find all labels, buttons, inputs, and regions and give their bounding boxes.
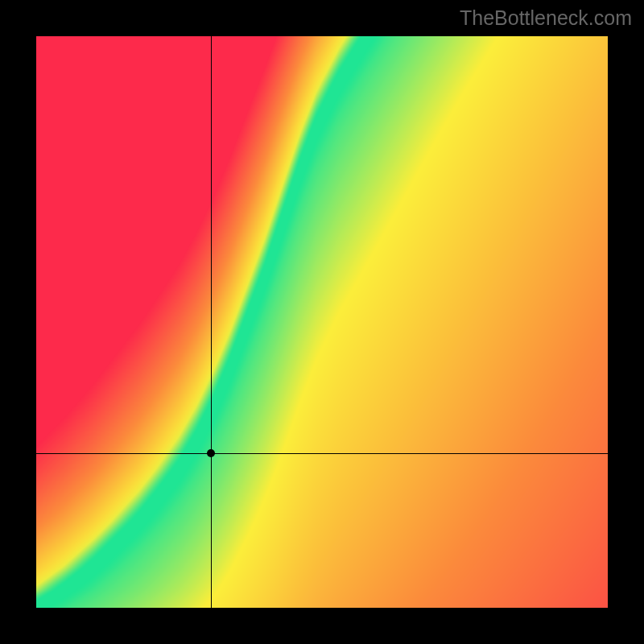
crosshair-dot — [207, 449, 215, 457]
crosshair-vertical — [211, 36, 212, 608]
watermark-text: TheBottleneck.com — [460, 6, 632, 30]
chart-frame: TheBottleneck.com — [0, 0, 644, 644]
crosshair-horizontal — [36, 453, 608, 454]
bottleneck-heatmap — [36, 36, 608, 608]
